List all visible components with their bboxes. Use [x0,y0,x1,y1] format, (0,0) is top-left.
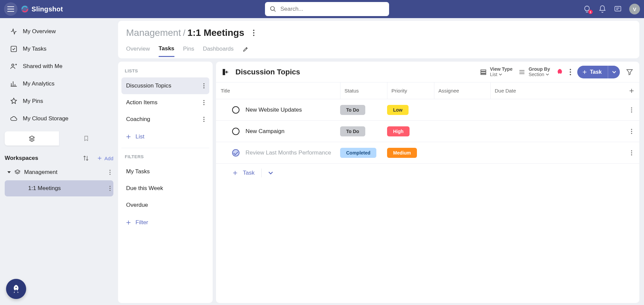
group-by-selector[interactable]: Group By Section [519,67,550,77]
list-coaching[interactable]: Coaching [121,111,209,128]
nav-pins[interactable]: My Pins [5,93,113,110]
col-title[interactable]: Title [216,88,340,94]
svg-point-37 [631,133,632,134]
add-column[interactable] [624,88,639,94]
task-checkbox[interactable] [232,128,239,135]
menu-toggle[interactable] [4,2,17,16]
task-rows: New Website UpdatesTo DoLowNew CampaignT… [216,99,639,164]
svg-rect-4 [615,6,621,11]
svg-point-11 [109,188,110,189]
svg-point-18 [203,87,204,88]
list-more[interactable] [203,83,205,88]
table-header: Title Status Priority Assignee Due Date [216,82,639,99]
tab-workspaces[interactable] [5,131,59,145]
task-checkbox[interactable] [232,149,239,157]
filter-button[interactable] [626,68,633,76]
list-action-items[interactable]: Action Items [121,94,209,111]
add-list-label: List [136,133,144,140]
tab-tasks[interactable]: Tasks [159,45,174,57]
chevron-down-icon[interactable] [268,171,273,175]
nav-shared[interactable]: Shared with Me [5,58,113,75]
svg-point-33 [631,109,632,110]
more-vert-icon [631,150,632,156]
checkbox-icon [10,45,17,53]
view-type-selector[interactable]: View Type List [480,67,513,77]
add-filter-button[interactable]: Filter [121,215,209,230]
toolbar-more[interactable] [570,69,571,75]
add-workspace-button[interactable]: Add [97,156,113,161]
avatar[interactable]: V [629,4,640,14]
priority-badge: Medium [387,148,417,158]
tab-bookmarks[interactable] [59,131,114,145]
more-vert-icon [631,107,632,113]
edit-tabs[interactable] [243,46,249,56]
filter-overdue[interactable]: Overdue [121,197,209,213]
svg-point-14 [253,32,255,34]
row-more[interactable] [624,107,639,113]
lightbulb-icon[interactable]: 1 [583,5,591,13]
filter-label: My Tasks [126,168,150,175]
tab-overview[interactable]: Overview [126,46,150,56]
workspace-child-meetings[interactable]: 1:1 Meetings [5,180,113,196]
nav-cloud[interactable]: My Cloud Storage [5,110,113,127]
help-fab[interactable] [6,279,26,299]
collapse-icon [222,68,229,76]
group-by-label: Group By [529,67,550,72]
add-list-button[interactable]: List [121,129,209,144]
nav-my-overview[interactable]: My Overview [5,23,113,40]
row-more[interactable] [624,129,639,134]
plus-icon [232,170,238,176]
workspace-child-more[interactable] [109,186,111,191]
tab-dashboards[interactable]: Dashboards [203,46,234,56]
table-row[interactable]: Review Last Months PerformanceCompletedM… [216,142,639,164]
add-task-row[interactable]: Task [216,164,639,182]
task-checkbox[interactable] [232,106,239,114]
breadcrumb-sep: / [183,28,185,38]
task-title-cell: New Campaign [216,128,340,135]
status-badge: To Do [340,126,365,136]
list-more[interactable] [203,117,205,122]
bookmark-icon [83,135,89,142]
priority-cell[interactable]: Medium [387,148,434,158]
workspace-item-management[interactable]: Management [5,164,113,180]
breadcrumb: Management / 1:1 Meetings [126,25,631,40]
nav-my-tasks[interactable]: My Tasks [5,40,113,58]
collapse-button[interactable] [222,68,229,76]
bell-icon[interactable] [598,5,606,13]
logo[interactable]: Slingshot [21,5,63,13]
list-more[interactable] [203,100,205,105]
table-row[interactable]: New Website UpdatesTo DoLow [216,99,639,121]
status-cell[interactable]: To Do [340,126,387,136]
new-task-dropdown[interactable] [608,66,620,78]
filter-my-tasks[interactable]: My Tasks [121,163,209,180]
col-status[interactable]: Status [340,82,387,99]
page-more[interactable] [253,29,255,36]
status-cell[interactable]: To Do [340,105,387,115]
priority-cell[interactable]: High [387,126,434,136]
new-task-button[interactable]: Task [577,66,620,78]
rocket-button[interactable] [556,68,564,76]
list-discussion-topics[interactable]: Discussion Topics [121,77,209,94]
row-more[interactable] [624,150,639,156]
search-box[interactable] [265,2,389,16]
col-due[interactable]: Due Date [490,82,544,99]
priority-cell[interactable]: Low [387,105,434,115]
search-input[interactable] [280,6,384,12]
svg-point-32 [631,107,632,108]
svg-point-12 [109,190,110,191]
list-label: Discussion Topics [126,82,171,89]
filter-due-week[interactable]: Due this Week [121,180,209,197]
nav-analytics[interactable]: My Analytics [5,75,113,93]
sort-button[interactable] [83,155,89,161]
svg-point-19 [203,100,204,101]
col-priority[interactable]: Priority [387,82,434,99]
breadcrumb-parent[interactable]: Management [126,27,181,38]
tasks-panel: Discussion Topics View Type List Group B… [216,62,639,303]
tab-pins[interactable]: Pins [183,46,194,56]
new-task-main[interactable]: Task [577,66,608,78]
table-row[interactable]: New CampaignTo DoHigh [216,121,639,142]
workspace-more[interactable] [109,170,111,175]
status-cell[interactable]: Completed [340,148,387,158]
chat-icon[interactable] [614,5,622,13]
col-assignee[interactable]: Assignee [434,82,490,99]
